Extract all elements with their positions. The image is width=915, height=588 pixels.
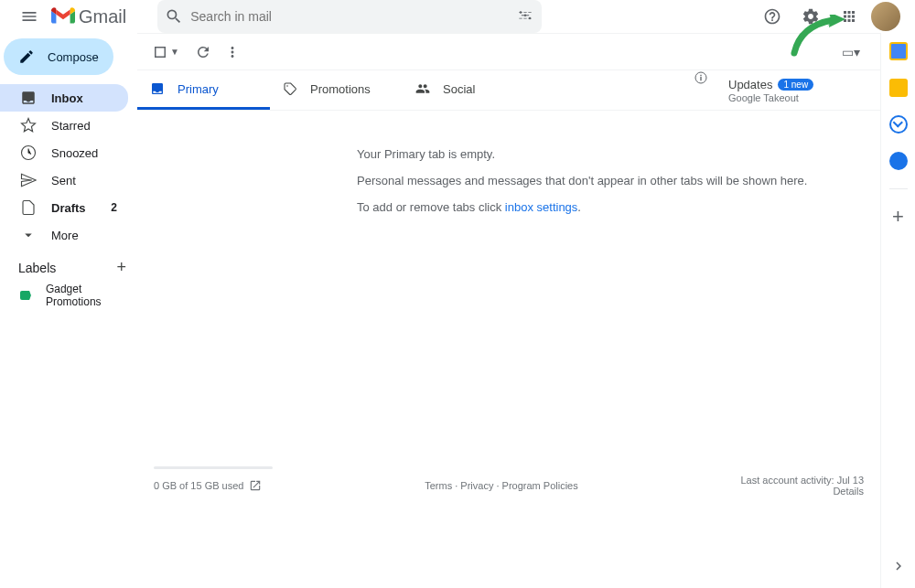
refresh-icon <box>195 44 211 60</box>
search-input[interactable] <box>183 9 516 24</box>
tab-primary[interactable]: Primary <box>137 70 270 110</box>
label-name: Gadget Promotions <box>46 283 126 308</box>
refresh-button[interactable] <box>188 37 218 67</box>
tasks-addon[interactable] <box>889 115 908 134</box>
account-avatar[interactable] <box>871 2 900 31</box>
pencil-icon <box>18 48 35 65</box>
labels-title: Labels <box>18 261 56 275</box>
search-options-icon[interactable] <box>516 7 534 26</box>
empty-line2: To add or remove tabs click inbox settin… <box>357 200 880 214</box>
side-panel: + <box>880 33 915 588</box>
help-button[interactable] <box>756 0 789 33</box>
nav-sent[interactable]: Sent <box>0 166 128 194</box>
apps-grid-icon <box>841 8 857 25</box>
footer: 0 GB of 15 GB used Terms · Privacy · Pro… <box>137 457 880 588</box>
hamburger-icon <box>20 7 38 26</box>
sidebar: Compose Inbox Starred Snoozed Sent Draft… <box>0 33 137 588</box>
drafts-count: 2 <box>111 201 117 214</box>
tab-info-icon[interactable] <box>694 70 708 85</box>
tab-primary-label: Primary <box>178 82 219 96</box>
gmail-logo-text: Gmail <box>79 6 126 27</box>
labels-header: Labels + <box>0 249 137 283</box>
collapse-panel-button[interactable] <box>890 558 907 577</box>
storage-text: 0 GB of 15 GB used <box>154 480 243 491</box>
search-bar[interactable] <box>157 0 542 33</box>
nav-inbox[interactable]: Inbox <box>0 84 128 112</box>
nav-starred[interactable]: Starred <box>0 112 128 139</box>
tab-social-label: Social <box>443 82 475 96</box>
nav-inbox-label: Inbox <box>51 91 83 105</box>
nav-sent-label: Sent <box>51 174 76 187</box>
calendar-addon[interactable] <box>889 42 908 60</box>
details-link[interactable]: Details <box>833 486 864 497</box>
input-tools-button[interactable]: ▭▾ <box>836 37 866 67</box>
policies-link[interactable]: Program Policies <box>502 480 578 491</box>
nav-drafts-label: Drafts <box>51 201 86 215</box>
contacts-addon[interactable] <box>889 152 908 170</box>
compose-label: Compose <box>48 50 99 64</box>
apps-button[interactable] <box>833 0 866 33</box>
updates-subtitle: Google Takeout <box>728 92 867 103</box>
chevron-right-icon <box>890 558 907 574</box>
select-dropdown[interactable]: ▼ <box>170 47 179 57</box>
empty-state: Your Primary tab is empty. Personal mess… <box>137 111 880 227</box>
svg-point-3 <box>286 85 288 87</box>
privacy-link[interactable]: Privacy <box>460 480 493 491</box>
label-gadget-promotions[interactable]: Gadget Promotions <box>0 283 137 308</box>
gmail-logo[interactable]: Gmail <box>51 6 126 27</box>
storage-bar <box>154 466 273 469</box>
add-label-button[interactable]: + <box>116 258 126 277</box>
inbox-settings-link[interactable]: inbox settings <box>505 200 578 214</box>
activity-text: Last account activity: Jul 13 <box>740 475 864 486</box>
file-icon <box>20 199 37 216</box>
label-tag-icon <box>20 291 31 300</box>
tab-promotions-label: Promotions <box>310 82 371 96</box>
nav-drafts[interactable]: Drafts 2 <box>0 194 128 221</box>
svg-point-1 <box>524 15 527 17</box>
keep-addon[interactable] <box>889 79 908 97</box>
tab-promotions[interactable]: Promotions <box>270 70 403 110</box>
inbox-icon <box>20 90 37 106</box>
get-addons-button[interactable]: + <box>889 208 908 226</box>
empty-line1: Personal messages and messages that don'… <box>357 174 880 187</box>
main-menu-button[interactable] <box>7 0 51 33</box>
empty-title: Your Primary tab is empty. <box>357 147 880 161</box>
nav-more[interactable]: More <box>0 221 128 249</box>
main-content: ▼ ▭▾ Primary Promotions Social <box>137 33 880 588</box>
nav-snoozed-label: Snoozed <box>51 146 98 160</box>
tab-social[interactable]: Social <box>403 70 535 110</box>
nav-snoozed[interactable]: Snoozed <box>0 139 128 166</box>
app-header: Gmail <box>0 0 915 33</box>
footer-links: Terms · Privacy · Program Policies <box>425 480 578 491</box>
more-actions-button[interactable] <box>218 37 247 67</box>
clock-icon <box>20 144 37 161</box>
star-icon <box>20 117 37 134</box>
compose-button[interactable]: Compose <box>4 38 113 75</box>
gmail-icon <box>51 7 75 26</box>
promotions-tab-icon <box>283 81 297 96</box>
gear-icon <box>802 7 820 26</box>
updates-badge: 1 new <box>778 79 813 91</box>
more-vert-icon <box>224 44 241 60</box>
nav-more-label: More <box>51 229 79 242</box>
primary-tab-icon <box>150 81 165 96</box>
tab-updates-label: Updates <box>728 78 772 91</box>
terms-link[interactable]: Terms <box>425 480 452 491</box>
select-all-checkbox[interactable] <box>152 44 168 60</box>
nav-starred-label: Starred <box>51 119 91 133</box>
category-tabs: Primary Promotions Social Updates 1 new … <box>137 70 880 111</box>
settings-button[interactable] <box>794 0 827 33</box>
send-icon <box>20 172 37 188</box>
header-actions <box>756 0 908 33</box>
mail-toolbar: ▼ ▭▾ <box>137 34 880 70</box>
tab-updates[interactable]: Updates 1 new Google Takeout <box>716 70 880 110</box>
svg-point-0 <box>520 11 522 14</box>
search-icon <box>165 7 183 26</box>
checkbox-icon <box>152 44 168 60</box>
chevron-down-icon <box>20 227 37 243</box>
social-tab-icon <box>415 81 430 96</box>
open-external-icon[interactable] <box>249 479 262 492</box>
help-icon <box>763 7 781 26</box>
svg-point-2 <box>529 17 532 20</box>
